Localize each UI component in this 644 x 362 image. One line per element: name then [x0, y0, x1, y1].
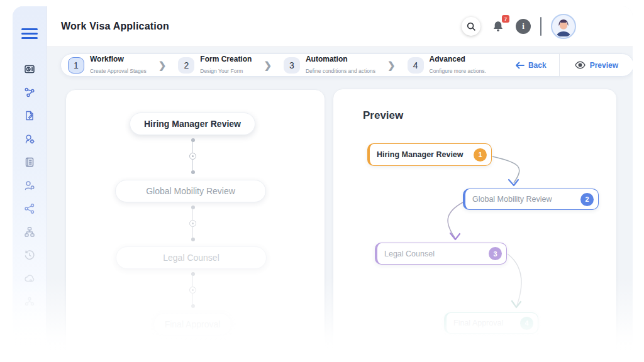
step-number: 3: [284, 57, 300, 74]
notifications-button[interactable]: 7: [490, 18, 506, 35]
main-content: 1 WorkflowCreate Approval Stages ❯ 2 For…: [47, 47, 633, 362]
preview-panel-title: Preview: [363, 109, 403, 122]
hamburger-menu-button[interactable]: [21, 25, 38, 41]
step-form-creation[interactable]: 2 Form CreationDesign Your Form: [178, 55, 252, 75]
step-workflow[interactable]: 1 WorkflowCreate Approval Stages: [68, 55, 147, 75]
org-chart-icon: [23, 226, 36, 238]
avatar-illustration-icon: [552, 15, 575, 38]
step-number: 2: [178, 57, 194, 74]
workflow-nodes-icon: [23, 86, 36, 99]
connector-dot: [191, 170, 195, 174]
connector-dot: [191, 238, 195, 241]
team-hierarchy-icon: [23, 295, 36, 308]
step-number: 1: [68, 57, 84, 74]
connector-line: [192, 160, 193, 170]
node-label: Legal Counsel: [384, 250, 435, 258]
eye-icon: [575, 61, 586, 69]
sidebar-item-org-chart[interactable]: [21, 226, 38, 238]
stage-hiring-manager-review[interactable]: Hiring Manager Review: [130, 112, 255, 135]
stage-final-approval[interactable]: Final Approval: [153, 313, 231, 336]
step-label: Advanced: [430, 55, 486, 64]
add-stage-node[interactable]: [189, 153, 196, 160]
stage-label: Hiring Manager Review: [144, 119, 241, 129]
sidebar-item-form-editor[interactable]: [21, 109, 38, 122]
search-button[interactable]: [462, 17, 480, 36]
add-stage-node[interactable]: [189, 287, 196, 293]
notification-count-badge: 7: [502, 15, 509, 23]
preview-node-global-mobility-review[interactable]: Global Mobility Review 2: [463, 189, 599, 210]
step-sublabel: Define conditions and actions: [306, 68, 375, 74]
sidebar-item-user-settings[interactable]: [21, 179, 38, 192]
report-book-icon: [23, 156, 36, 168]
stage-label: Legal Counsel: [163, 253, 219, 263]
stage-connector: [189, 206, 197, 241]
step-automation[interactable]: 3 AutomationDefine conditions and action…: [284, 55, 375, 75]
preview-node-final-approval[interactable]: Final Approval 4: [444, 312, 538, 334]
stage-connector: [189, 138, 197, 174]
page-title: Work Visa Application: [61, 21, 169, 32]
stage-label: Final Approval: [165, 319, 221, 329]
step-sublabel: Create Approval Stages: [90, 68, 147, 74]
step-label: Automation: [306, 55, 375, 64]
node-label: Final Approval: [453, 319, 503, 327]
back-button[interactable]: Back: [503, 61, 559, 70]
user-gear-icon: [23, 179, 36, 192]
chevron-right-icon: ❯: [264, 60, 272, 71]
step-sublabel: Configure more actions.: [430, 68, 486, 74]
dashboard-clock-icon: [23, 63, 36, 75]
stage-global-mobility-review[interactable]: Global Mobility Review: [115, 180, 266, 202]
chevron-right-icon: ❯: [387, 60, 396, 71]
preview-node-hiring-manager-review[interactable]: Hiring Manager Review 1: [367, 143, 492, 166]
node-number-badge: 3: [489, 247, 502, 260]
node-number-badge: 1: [474, 148, 487, 162]
info-button[interactable]: i: [516, 19, 531, 34]
step-sublabel: Design Your Form: [200, 68, 243, 74]
add-stage-node[interactable]: [189, 220, 196, 227]
connector-dot: [191, 304, 195, 308]
step-label: Form Creation: [200, 55, 252, 64]
connector-line: [192, 293, 193, 304]
search-icon: [466, 21, 476, 31]
user-avatar[interactable]: [551, 14, 576, 39]
step-label: Workflow: [90, 55, 147, 64]
connector-line: [192, 227, 193, 238]
node-label: Global Mobility Review: [472, 195, 552, 204]
preview-node-legal-counsel[interactable]: Legal Counsel 3: [375, 243, 507, 265]
preview-button[interactable]: Preview: [560, 61, 633, 70]
connector-line: [192, 276, 193, 287]
header-divider: [540, 17, 541, 36]
cloud-gear-icon: [23, 272, 36, 285]
wizard-stepper: 1 WorkflowCreate Approval Stages ❯ 2 For…: [60, 53, 633, 77]
sidebar: [13, 6, 47, 362]
history-clock-icon: [23, 249, 36, 261]
info-icon: i: [522, 21, 525, 31]
share-nodes-icon: [23, 202, 36, 215]
head-gear-icon: [23, 133, 36, 145]
node-number-badge: 2: [580, 193, 594, 206]
step-number: 4: [408, 57, 424, 74]
top-bar: Work Visa Application 7 i: [47, 6, 633, 47]
workflow-builder-panel: Hiring Manager Review Global Mobility Re…: [65, 89, 325, 362]
document-edit-icon: [23, 109, 36, 122]
app-window: Work Visa Application 7 i: [13, 6, 633, 362]
node-number-badge: 4: [520, 317, 533, 330]
sidebar-item-reports[interactable]: [21, 156, 38, 168]
preview-label: Preview: [590, 61, 618, 70]
sidebar-item-automations[interactable]: [21, 272, 38, 285]
arrow-left-icon: [516, 62, 525, 69]
sidebar-item-teams[interactable]: [21, 295, 38, 308]
sidebar-item-history[interactable]: [21, 249, 38, 261]
stage-connector: [189, 272, 197, 308]
stage-legal-counsel[interactable]: Legal Counsel: [116, 246, 267, 269]
node-label: Hiring Manager Review: [377, 150, 464, 159]
connector-line: [192, 209, 193, 220]
sidebar-item-integrations[interactable]: [21, 202, 38, 215]
stage-label: Global Mobility Review: [146, 186, 235, 196]
sidebar-item-approver-settings[interactable]: [21, 133, 38, 145]
step-advanced[interactable]: 4 AdvancedConfigure more actions.: [408, 55, 486, 75]
sidebar-item-workflow[interactable]: [21, 86, 38, 99]
back-label: Back: [528, 61, 547, 70]
connector-line: [192, 142, 193, 153]
chevron-right-icon: ❯: [158, 60, 167, 71]
sidebar-item-dashboard[interactable]: [21, 63, 38, 75]
